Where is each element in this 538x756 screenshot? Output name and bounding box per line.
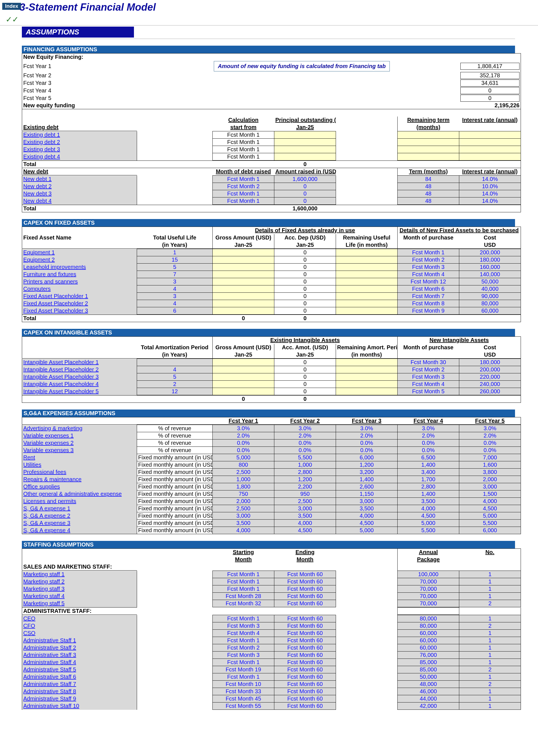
cell: Fcst Month 1 [213,585,274,593]
label: Fcst Year 1 [22,61,137,72]
cell: Fcst Month 60 [274,651,336,659]
cell: 5,500 [274,454,336,461]
cell: 1,400 [398,490,459,498]
hdr: USD [459,241,521,249]
cell: 80,000 [459,300,521,307]
cell: Administrative Staff 4 [22,659,137,666]
cell [336,293,398,300]
cell: 3.0% [213,425,274,432]
cell [459,153,521,161]
cell: Office supplies [22,483,137,490]
cell: Other general & administrative expense [22,490,137,498]
cell: 0 [274,271,336,278]
cell: Licenses and permits [22,498,137,505]
cell: 2 [459,666,521,673]
cell: Fixed Asset Placeholder 1 [22,293,137,300]
value: 352,178 [460,72,520,79]
cell [213,285,274,293]
cell: 76,000 [398,651,459,659]
cell: 14.0% [459,190,521,197]
capex-intangible-rows: Intangible Asset Placeholder 10Fcst Mont… [22,359,521,395]
hdr: No. [459,549,521,556]
ci-gross-total: 0 [213,395,274,403]
hdr: Cost [459,344,521,351]
hdr: Month [274,556,336,563]
new-debt-rows: New debt 1Fcst Month 11,600,0008414.0%Ne… [22,176,521,205]
cell: 180,000 [459,256,521,264]
cell: 2,000 [459,476,521,483]
cell: 3,000 [274,505,336,512]
cell: Fixed monthly amount (in USD) [137,476,213,483]
cell: 2,000 [213,498,274,505]
cell: 0.0% [459,447,521,454]
cell: 2.0% [459,432,521,439]
index-tab[interactable]: Index [2,3,21,10]
cell [336,374,398,381]
cell: 1,200 [336,461,398,469]
cell: Intangible Asset Placeholder 2 [22,366,137,374]
cell: Fcst Month 1 [213,146,274,153]
cell: Equipment 1 [22,249,137,256]
cell: Administrative Staff 3 [22,651,137,659]
cell: 48 [398,197,459,205]
group1: Existing Intangible Assets [213,337,398,344]
cell: 160,000 [459,264,521,271]
cell [336,381,398,388]
cell: 260,000 [459,388,521,395]
cell: Fcst Month 8 [398,300,459,307]
sga-headers: Fcst Year 1 Fcst Year 2 Fcst Year 3 Fcst… [22,417,521,425]
cell: 4,500 [336,520,398,527]
hdr: Life (in months) [336,241,398,249]
hdr: Term (months) [398,168,459,176]
cell: 3,000 [336,498,398,505]
cell: 6,000 [336,454,398,461]
cell: 1 [459,659,521,666]
cell: Existing debt 3 [22,146,137,153]
hdr: Month of purchase [398,234,459,241]
cell: New debt 2 [22,183,137,190]
cell: Existing debt 4 [22,153,137,161]
cell: 200,000 [459,249,521,256]
cell: Fcst Month 19 [213,666,274,673]
capex-fixed-rows: Equipment 110Fcst Month 1200,000Equipmen… [22,249,521,315]
cell: 1,600,000 [274,176,336,183]
cell: 1,200 [274,476,336,483]
cell: Fcst Month 60 [274,578,336,585]
cell: 84 [398,176,459,183]
hdr: Month of purchase [398,344,459,351]
cell: 0 [274,197,336,205]
cell: 1 [459,593,521,600]
new-equity-total-label: New equity funding [22,102,137,109]
cell: Fixed monthly amount (in USD) [137,527,213,534]
cell: Fcst Month 60 [274,585,336,593]
cell: Fcst Month 1 [213,131,274,139]
cell: Existing debt 1 [22,131,137,139]
cell: 12 [137,388,213,395]
cell: 6,500 [398,454,459,461]
cf-gross-total: 0 [213,315,274,322]
existing-debt-rows: Existing debt 1Fcst Month 1Existing debt… [22,131,521,161]
cell: 0 [274,183,336,190]
hdr: Ending [274,549,336,556]
hdr: Acc. Amot. (USD) [274,344,336,351]
cell: 3.0% [336,425,398,432]
cell: 0 [274,190,336,197]
nd-total: Total1,600,000 [22,205,521,212]
cell: Administrative Staff 9 [22,695,137,702]
hdr: Remaining Useful [336,234,398,241]
cell: 0.0% [274,447,336,454]
cell: S, G& A expense 2 [22,512,137,520]
ed-total: Total0 New debt Month of debt raised Amo… [22,161,521,176]
cell: Advertising & marketing [22,425,137,432]
ci-total: 00 [22,395,521,403]
cell: Fcst Month 3 [398,374,459,381]
cell: 1,000 [213,476,274,483]
cell: 0.0% [459,439,521,447]
cell: 0 [274,307,336,315]
cell: Fcst Month 2 [398,256,459,264]
cell: CSO [22,630,137,637]
cell: 4,000 [459,498,521,505]
cell: Fcst Month 5 [398,388,459,395]
cell: 3,500 [336,505,398,512]
cell [213,278,274,285]
